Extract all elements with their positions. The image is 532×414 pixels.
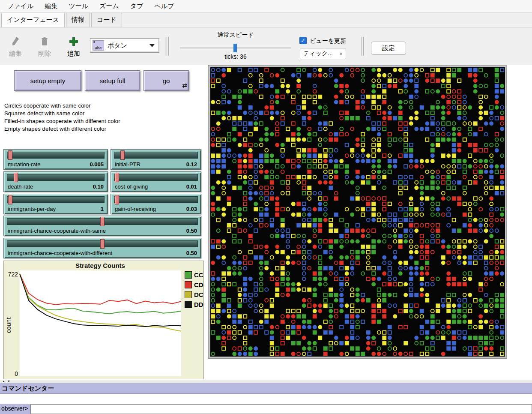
slider-track[interactable] <box>114 152 198 159</box>
model-button-setup-empty[interactable]: setup empty <box>14 70 81 91</box>
toolbar-separator <box>360 37 364 56</box>
model-notes: Circles cooperate with same colorSquares… <box>4 102 120 133</box>
slider-label-row: cost-of-giving0.01 <box>115 183 197 190</box>
view-updates-checkbox[interactable]: ✓ <box>299 37 307 44</box>
legend-label: DD <box>194 301 203 308</box>
plot-title: Strategy Counts <box>75 262 125 269</box>
slider-label-row: death-rate0.10 <box>8 183 104 190</box>
slider-thumb[interactable] <box>100 217 105 226</box>
plot-ymax-label: 722 <box>8 271 18 278</box>
view-updates-label: ビューを更新 <box>310 37 346 45</box>
settings-button[interactable]: 設定 <box>371 42 406 55</box>
command-input[interactable] <box>30 404 532 414</box>
slider-mutation-rate[interactable]: mutation-rate0.005 <box>3 149 108 170</box>
button-label: setup empty <box>30 77 66 84</box>
world-view-canvas <box>210 67 505 357</box>
forever-icon: ⇄ <box>182 83 186 88</box>
slider-thumb[interactable] <box>120 150 125 160</box>
plus-icon <box>61 34 87 49</box>
menu-bar: ファイル編集ツールズームタブヘルプ <box>0 0 532 12</box>
menu-item[interactable]: ツール <box>63 2 94 10</box>
widget-type-dropdown[interactable]: abc ボタン <box>90 38 159 53</box>
legend-swatch-icon <box>185 291 192 298</box>
note-line: Squares defect with same color <box>4 110 120 117</box>
slider-value: 0.005 <box>90 161 104 168</box>
plot-ymin-label: 0 <box>15 370 18 377</box>
slider-death-rate[interactable]: death-rate0.10 <box>3 171 108 192</box>
chevron-down-icon: ∨ <box>339 51 343 57</box>
menu-item[interactable]: タブ <box>125 2 149 10</box>
command-center-title: コマンドセンター <box>2 384 54 393</box>
trash-icon <box>32 34 57 49</box>
note-line: Filled-in shapes cooperate with differen… <box>4 117 120 125</box>
menu-item[interactable]: ファイル <box>2 2 39 10</box>
update-mode-dropdown[interactable]: ティック... ∨ <box>300 48 346 59</box>
slider-thumb[interactable] <box>8 150 12 160</box>
menu-item[interactable]: ズーム <box>94 2 125 10</box>
chevron-down-icon <box>149 44 155 47</box>
slider-track[interactable] <box>7 240 198 247</box>
legend-item-CD: CD <box>185 281 203 288</box>
legend-swatch-icon <box>185 271 192 279</box>
slider-track[interactable] <box>7 174 105 181</box>
model-button-setup-full[interactable]: setup full <box>85 70 140 91</box>
slider-cost-of-giving[interactable]: cost-of-giving0.01 <box>111 171 201 192</box>
ticks-counter: ticks: 36 <box>180 53 291 60</box>
observer-prompt: observer> <box>0 404 30 414</box>
legend-label: CD <box>194 281 203 288</box>
command-center-input-row: observer> <box>0 404 532 414</box>
speed-slider-thumb[interactable] <box>233 44 237 52</box>
slider-initial-PTR[interactable]: initial-PTR0.12 <box>111 149 201 170</box>
slider-thumb[interactable] <box>100 239 105 249</box>
slider-value: 0.01 <box>186 183 197 190</box>
button-label: go <box>163 77 170 84</box>
legend-swatch-icon <box>185 281 192 288</box>
menu-item[interactable]: ヘルプ <box>149 2 180 10</box>
interface-canvas: setup emptysetup fullgo⇄ Circles coopera… <box>0 65 532 380</box>
slider-label-row: immigrant-chance-cooperate-with-differen… <box>8 250 197 256</box>
model-button-go[interactable]: go⇄ <box>143 70 189 91</box>
slider-track[interactable] <box>7 218 198 225</box>
slider-name: death-rate <box>8 183 33 190</box>
widget-type-value: ボタン <box>108 42 149 50</box>
slider-track[interactable] <box>7 196 105 203</box>
slider-track[interactable] <box>114 196 198 203</box>
tab-item[interactable]: 情報 <box>66 13 90 27</box>
slider-name: initial-PTR <box>115 161 140 168</box>
slider-name: mutation-rate <box>8 161 41 168</box>
slider-thumb[interactable] <box>8 195 12 204</box>
slider-value: 0.10 <box>93 183 104 190</box>
update-mode-value: ティック... <box>303 50 333 57</box>
legend-label: CC <box>194 271 203 279</box>
tab-bar: インターフェース情報コード <box>0 12 532 27</box>
toolbar-separator <box>165 37 169 56</box>
legend-item-DD: DD <box>185 301 203 308</box>
slider-track[interactable] <box>114 174 198 181</box>
world-view[interactable] <box>208 65 507 359</box>
menu-item[interactable]: 編集 <box>39 2 63 10</box>
slider-thumb[interactable] <box>115 173 119 182</box>
note-line: Empty shapes defect with different color <box>4 125 120 133</box>
slider-gain-of-receiving[interactable]: gain-of-receiving0.03 <box>111 194 201 214</box>
slider-track[interactable] <box>7 152 105 159</box>
slider-value: 1 <box>101 206 104 212</box>
tab-item[interactable]: コード <box>91 13 122 27</box>
slider-label-row: initial-PTR0.12 <box>115 161 197 168</box>
slider-thumb[interactable] <box>115 195 119 204</box>
button-widget-icon: abc <box>93 40 104 51</box>
strategy-plot-svg: Strategy Counts 722 0 count <box>4 261 203 379</box>
button-label: setup full <box>99 77 125 84</box>
tab-selected[interactable]: インターフェース <box>1 13 65 27</box>
slider-thumb[interactable] <box>14 173 18 182</box>
edit-widget-button[interactable]: 編集 <box>3 34 28 58</box>
legend-label: DC <box>194 291 203 298</box>
delete-widget-button[interactable]: 削除 <box>32 34 57 58</box>
slider-label-row: mutation-rate0.005 <box>8 161 104 168</box>
note-line: Circles cooperate with same color <box>4 102 120 110</box>
slider-immigrants-per-day[interactable]: immigrants-per-day1 <box>3 194 108 214</box>
slider-immigrant-chance-cooperate-with-different[interactable]: immigrant-chance-cooperate-with-differen… <box>3 238 201 258</box>
slider-name: cost-of-giving <box>115 183 148 190</box>
slider-immigrant-chance-cooperate-with-same[interactable]: immigrant-chance-cooperate-with-same0.50 <box>3 216 201 236</box>
add-widget-button[interactable]: 追加 <box>61 34 87 58</box>
slider-name: immigrants-per-day <box>8 206 56 212</box>
